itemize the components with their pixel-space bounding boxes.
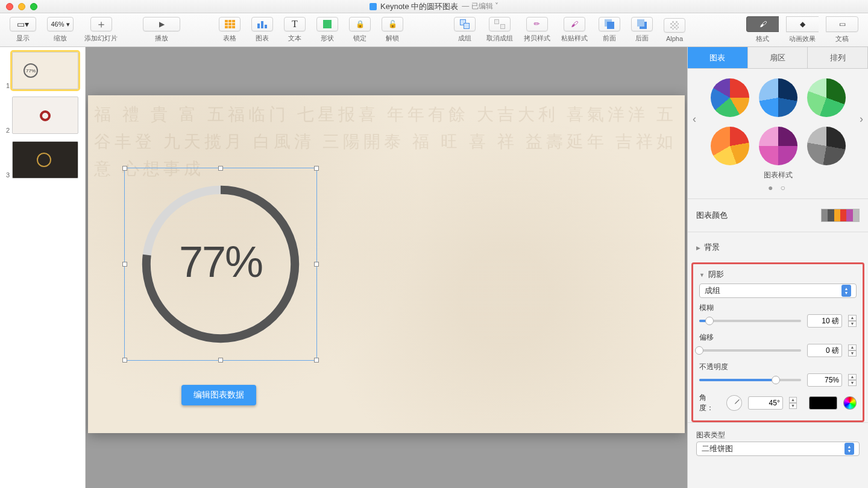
blur-stepper[interactable]: ▲▼ <box>848 315 857 327</box>
unlock-button[interactable]: 🔓解锁 <box>378 16 407 44</box>
page-dots[interactable]: ● ○ <box>688 183 868 198</box>
resize-handle[interactable] <box>314 358 319 363</box>
text-icon: T <box>292 19 298 30</box>
slide-thumb-2[interactable]: 2 <box>0 97 85 134</box>
slide-thumb-3[interactable]: 3 <box>0 141 85 179</box>
chevron-left-icon[interactable]: ‹ <box>690 110 699 128</box>
chart-icon <box>257 20 267 28</box>
resize-handle[interactable] <box>122 166 127 171</box>
inspector-tab-arrange[interactable]: 排列 <box>808 47 868 68</box>
toolbar: ▭▾显示 46% ▾缩放 ＋添加幻灯片 ▶播放 表格 图表 T文本 形状 🔒锁定… <box>0 13 868 47</box>
table-button[interactable]: 表格 <box>215 16 244 44</box>
shape-icon <box>323 20 332 28</box>
animation-tab[interactable]: ◆动画效果 <box>782 15 822 45</box>
angle-dial[interactable] <box>726 395 741 411</box>
back-icon <box>637 19 647 29</box>
opacity-slider[interactable] <box>699 379 801 381</box>
offset-label: 偏移 <box>699 332 857 343</box>
color-wheel-icon[interactable] <box>843 396 857 410</box>
shadow-disclosure[interactable]: 阴影 <box>699 269 724 280</box>
titlebar: Keynote 中的圆环图表 — 已编辑 ˅ <box>0 0 868 13</box>
copy-style-button[interactable]: ✎拷贝样式 <box>520 16 554 44</box>
group-icon <box>460 19 470 29</box>
front-button[interactable]: 前面 <box>595 16 624 44</box>
add-slide-button[interactable]: ＋添加幻灯片 <box>81 16 121 44</box>
inspector-tab-segments[interactable]: 扇区 <box>748 47 808 68</box>
resize-handle[interactable] <box>122 262 127 267</box>
ungroup-icon <box>494 19 505 29</box>
alpha-button[interactable]: Alpha <box>660 17 689 43</box>
document-icon: ▭ <box>839 20 846 28</box>
resize-handle[interactable] <box>218 166 223 171</box>
angle-stepper[interactable]: ▲▼ <box>789 397 797 409</box>
chart-button[interactable]: 图表 <box>248 16 277 44</box>
diamond-icon: ◆ <box>800 20 805 28</box>
chart-style-option[interactable] <box>711 127 749 165</box>
lock-button[interactable]: 🔒锁定 <box>345 16 374 44</box>
inspector-tabs-top: 🖌格式 ◆动画效果 ▭文稿 <box>743 15 862 45</box>
unlock-icon: 🔓 <box>388 20 397 28</box>
lock-icon: 🔒 <box>356 20 365 28</box>
front-icon <box>605 19 614 29</box>
group-button[interactable]: 成组 <box>450 16 479 44</box>
play-button[interactable]: ▶播放 <box>139 16 184 44</box>
shadow-section-highlight: 阴影 成组 ▲▼ 模糊 ▲▼ 偏移 ▲▼ 不透明度 ▲▼ <box>691 262 864 422</box>
document-tab[interactable]: ▭文稿 <box>822 15 862 45</box>
resize-handle[interactable] <box>314 262 319 267</box>
opacity-input[interactable] <box>807 373 842 387</box>
blur-slider[interactable] <box>699 320 801 322</box>
opacity-label: 不透明度 <box>699 362 857 372</box>
blur-input[interactable] <box>807 314 842 328</box>
edited-indicator[interactable]: — 已编辑 ˅ <box>462 1 498 11</box>
chart-style-option[interactable] <box>711 78 749 117</box>
chart-type-label: 图表类型 <box>696 430 860 440</box>
slide-thumb-1[interactable]: 1 77% <box>0 52 85 89</box>
chart-colors-label: 图表颜色 <box>696 210 728 221</box>
chart-styles-label: 图表样式 <box>688 169 868 183</box>
format-tab[interactable]: 🖌格式 <box>743 15 782 45</box>
inspector: 图表 扇区 排列 ‹ › 图表样式 ● ○ 图表颜色 <box>687 47 868 488</box>
brush-icon: 🖌 <box>760 20 767 28</box>
inspector-tab-chart[interactable]: 图表 <box>688 47 748 68</box>
offset-slider[interactable] <box>699 349 801 352</box>
table-icon <box>225 20 235 28</box>
alpha-icon <box>670 21 679 30</box>
resize-handle[interactable] <box>218 358 223 363</box>
display-button[interactable]: ▭▾显示 <box>6 16 40 44</box>
opacity-stepper[interactable]: ▲▼ <box>848 374 857 386</box>
text-button[interactable]: T文本 <box>280 16 309 44</box>
offset-input[interactable] <box>807 344 842 357</box>
selection-box <box>124 168 317 361</box>
brush-icon: 🖌 <box>571 20 578 28</box>
canvas[interactable]: 福 禮 貴 富 五福临门 七星报喜 年年有餘 大吉大利 喜氣洋洋 五谷丰登 九天… <box>86 47 687 488</box>
background-disclosure[interactable]: 背景 <box>696 242 720 253</box>
window-title: Keynote 中的圆环图表 <box>380 1 458 12</box>
document-icon <box>370 3 377 10</box>
chart-style-option[interactable] <box>807 78 846 117</box>
slide[interactable]: 福 禮 貴 富 五福临门 七星报喜 年年有餘 大吉大利 喜氣洋洋 五谷丰登 九天… <box>88 95 685 433</box>
angle-input[interactable] <box>748 396 783 410</box>
chart-type-select[interactable]: 二维饼图 ▲▼ <box>696 442 860 456</box>
resize-handle[interactable] <box>314 166 319 171</box>
paste-style-button[interactable]: 🖌粘贴样式 <box>558 16 591 44</box>
blur-label: 模糊 <box>699 303 857 313</box>
shadow-mode-select[interactable]: 成组 ▲▼ <box>699 284 857 298</box>
zoom-button[interactable]: 46% ▾缩放 <box>43 16 77 44</box>
resize-handle[interactable] <box>122 358 127 363</box>
chevron-right-icon[interactable]: › <box>857 110 866 128</box>
chart-colors-button[interactable] <box>821 209 860 222</box>
ungroup-button[interactable]: 取消成组 <box>483 16 517 44</box>
shape-button[interactable]: 形状 <box>313 16 342 44</box>
chart-styles: ‹ › <box>688 69 868 169</box>
chart-style-option[interactable] <box>759 78 797 117</box>
shadow-color-swatch[interactable] <box>809 396 837 410</box>
eyedropper-icon: ✎ <box>532 19 542 30</box>
offset-stepper[interactable]: ▲▼ <box>848 344 857 356</box>
edit-chart-data-button[interactable]: 编辑图表数据 <box>181 385 256 405</box>
chart-style-option[interactable] <box>759 127 797 165</box>
chart-style-option[interactable] <box>807 127 846 165</box>
back-button[interactable]: 后面 <box>627 16 656 44</box>
angle-label: 角度： <box>699 393 720 413</box>
slide-navigator[interactable]: 1 77% 2 3 <box>0 47 86 488</box>
